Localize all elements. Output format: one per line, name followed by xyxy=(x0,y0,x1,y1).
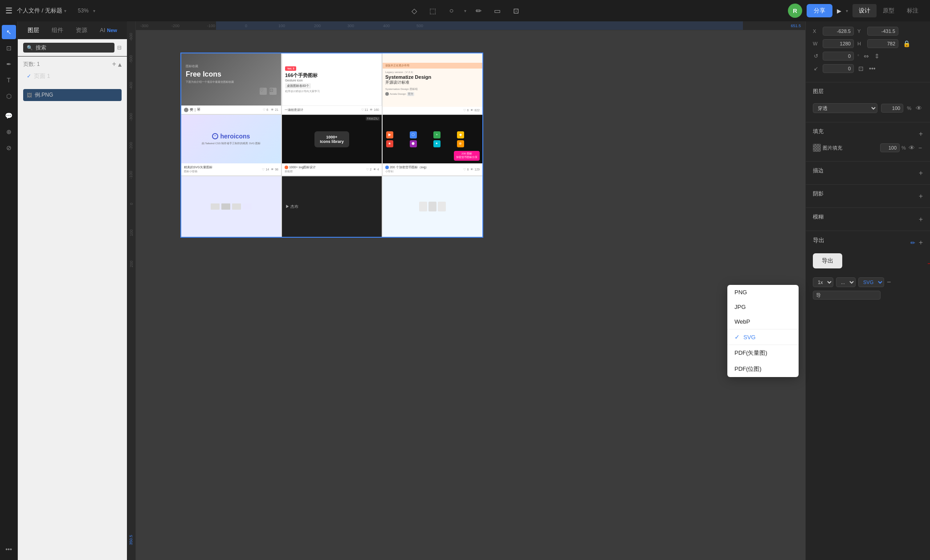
design-frame[interactable]: 图标收藏 Free Icons 下面为你介绍一个项目中最最佳图标收藏 ♡ ⊡ xyxy=(180,53,483,238)
toolbar-left: ☰ 个人文件 / 无标题 ▾ 53% ▾ xyxy=(5,6,310,16)
add-fill-btn[interactable]: + xyxy=(919,130,923,138)
add-export-btn[interactable]: + xyxy=(919,239,923,247)
share-button[interactable]: 分享 xyxy=(807,4,832,17)
card4-logo-icon xyxy=(212,133,218,139)
sidebar-search-header: 🔍 ⊟ xyxy=(18,39,127,57)
layer-item[interactable]: 🖼 例.PNG xyxy=(23,89,122,101)
ellipse-chevron-icon[interactable]: ▾ xyxy=(464,8,466,13)
tab-design[interactable]: 设计 xyxy=(852,4,877,17)
card5-sub: 柴狐狸 xyxy=(285,170,316,174)
card1-title: Free Icons xyxy=(186,70,277,78)
pen-create-btn[interactable]: ✒ xyxy=(2,57,16,71)
tab-prototype[interactable]: 原型 xyxy=(877,4,901,17)
shadow-title: 阴影 xyxy=(813,190,824,198)
card6-icons-grid: ▶ ⬡ + ◆ ★ ⬢ ✦ ⊕ xyxy=(383,128,482,151)
card4-sub: 图标小怪物 xyxy=(184,170,212,174)
add-stroke-btn[interactable]: + xyxy=(919,169,923,177)
move-tool-btn[interactable]: ↖ xyxy=(2,25,16,39)
card1-icon1: ♡ xyxy=(260,88,267,95)
text-create-btn[interactable]: T xyxy=(2,73,16,87)
edit-icon[interactable]: ✏ xyxy=(910,239,915,246)
card7-image xyxy=(181,176,281,237)
card7 xyxy=(181,176,281,237)
shapes-btn[interactable]: ⬡ xyxy=(2,89,16,103)
h-input[interactable] xyxy=(867,39,898,48)
flip-v-icon[interactable]: ⇕ xyxy=(873,52,881,61)
add-blur-btn[interactable]: + xyxy=(919,215,923,223)
pen-tool-icon[interactable]: ✏ xyxy=(473,4,485,17)
add-shadow-btn[interactable]: + xyxy=(919,192,923,200)
plugin-btn[interactable]: ⊕ xyxy=(2,125,16,139)
export-filename-row xyxy=(813,291,923,300)
remove-export-btn[interactable]: − xyxy=(887,278,891,286)
card6: ▶ ⬡ + ◆ ★ ⬢ ✦ ⊕ 200 图标加密货币图标分享 xyxy=(383,115,482,175)
page1-label: 页面 1 xyxy=(34,72,50,80)
card5-likes: ♡ 2 xyxy=(366,168,371,171)
avatar: R xyxy=(788,4,802,18)
format-select[interactable]: SVG xyxy=(858,277,884,287)
search-input[interactable] xyxy=(36,45,111,51)
x-input[interactable] xyxy=(823,27,854,36)
page1-item[interactable]: ✓ 页面 1 xyxy=(23,70,122,82)
rect-tool-icon[interactable]: ▭ xyxy=(491,4,504,17)
y-input[interactable] xyxy=(867,27,898,36)
play-button[interactable]: ▶ xyxy=(837,8,841,14)
tab-assets[interactable]: 资源 xyxy=(69,24,94,37)
position-size-section: X Y W H 🔒 ↺ ° ⇔ ⇕ ↙ ⊡ xyxy=(806,21,930,82)
collapse-pages-btn[interactable]: ▴ xyxy=(118,60,122,69)
frame-create-btn[interactable]: ⊡ xyxy=(2,41,16,55)
blur-title: 模糊 xyxy=(813,213,824,221)
fill-preview[interactable] xyxy=(813,144,821,152)
card3-author-info: Systematize Design 图标组 xyxy=(385,87,431,91)
fill-minus-btn[interactable]: − xyxy=(918,143,923,152)
opacity-input[interactable] xyxy=(881,104,903,113)
w-input[interactable] xyxy=(823,39,854,48)
comment-btn[interactable]: 💬 xyxy=(2,109,16,123)
card3-cn-title: 开源设计标准 xyxy=(385,80,431,85)
c9t3 xyxy=(438,202,446,211)
frame-tool-icon[interactable]: ⬚ xyxy=(427,4,439,17)
search-box[interactable]: 🔍 xyxy=(23,43,114,53)
expand-icon2[interactable]: ⊡ xyxy=(857,64,865,73)
play-chevron-icon[interactable]: ▾ xyxy=(846,8,848,13)
card2-image: Vol. 3 166个手势图标 Gesture icon 桌面图标各83个 程序… xyxy=(282,53,382,106)
radius-input[interactable] xyxy=(823,64,854,73)
blend-mode-select[interactable]: 穿透 xyxy=(813,103,877,113)
right-panel: X Y W H 🔒 ↺ ° ⇔ ⇕ ↙ ⊡ xyxy=(805,21,930,560)
snap-icon[interactable]: ◇ xyxy=(408,4,420,17)
menu-icon[interactable]: ☰ xyxy=(5,6,12,16)
more-icon[interactable]: ••• xyxy=(868,64,877,73)
bottom-dots-btn[interactable]: ••• xyxy=(2,542,16,556)
suffix-select[interactable]: ... xyxy=(836,277,856,287)
add-page-btn[interactable]: + xyxy=(112,60,116,69)
scale-select[interactable]: 1x xyxy=(813,277,833,287)
canvas-area[interactable]: -300 -200 -100 0 100 200 300 400 500 651… xyxy=(127,21,805,560)
lock-ratio-icon[interactable]: 🔒 xyxy=(902,39,911,48)
ellipse-tool-icon[interactable]: ○ xyxy=(445,4,458,17)
zoom-control[interactable]: 53% xyxy=(78,8,89,14)
card2-subtitle: Gesture icon xyxy=(285,79,303,82)
breadcrumb-personal[interactable]: 个人文件 / 无标题 xyxy=(17,7,62,15)
export-filename-input[interactable] xyxy=(813,291,881,300)
expand-icon[interactable]: ⊟ xyxy=(117,45,122,51)
tab-components[interactable]: 组件 xyxy=(45,24,69,37)
crop-tool-icon[interactable]: ⊡ xyxy=(510,4,522,17)
tab-mark[interactable]: 标注 xyxy=(901,4,925,17)
tab-ai[interactable]: AI New xyxy=(94,24,123,36)
card4-footer: 精美的SVG矢量图标 图标小怪物 ♡ 14 👁 98 xyxy=(181,163,281,175)
c6i6: ⬢ xyxy=(410,140,417,147)
card1-badge: 图标收藏 xyxy=(186,64,277,69)
flip-h-icon[interactable]: ⇔ xyxy=(863,52,870,61)
visibility-icon[interactable]: 👁 xyxy=(915,104,923,113)
tab-layers[interactable]: 图层 xyxy=(21,24,45,37)
card5: FAWZIU 1000+ Icons library 1000+ svg xyxy=(282,115,382,175)
rotation-input[interactable] xyxy=(823,52,854,61)
export-button[interactable]: 导出 xyxy=(813,253,842,268)
fill-eye-icon[interactable]: 👁 xyxy=(908,143,916,152)
card1-sub: 下面为你介绍一个项目中最最佳图标收藏 xyxy=(186,80,277,84)
ruler-mark-500: 500 xyxy=(416,24,423,28)
fill-opacity-input[interactable] xyxy=(880,143,900,152)
zoom-chevron-icon[interactable]: ▾ xyxy=(93,8,95,13)
find-btn[interactable]: ⊘ xyxy=(2,141,16,155)
fill-section: 填充 + 图片填充 % 👁 − xyxy=(806,122,930,162)
